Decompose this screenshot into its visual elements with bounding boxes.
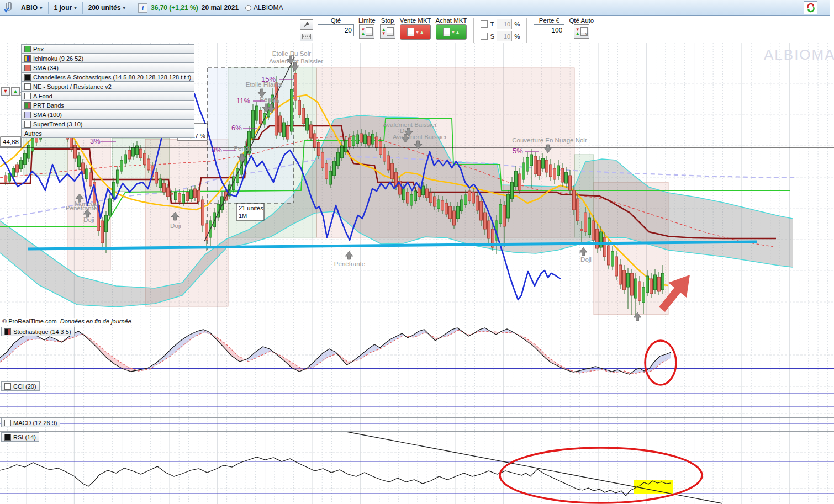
- candle-body: [577, 199, 579, 221]
- candle-body: [337, 152, 340, 166]
- chandeliers-label: Chandeliers & Stochastiques (14 5 80 20 …: [33, 74, 191, 81]
- candle-body: [519, 174, 521, 190]
- percent-label: 3%: [90, 137, 101, 145]
- candle-body: [279, 116, 282, 132]
- indicator-bar: ▼ ▲ PrixIchimoku (9 26 52)SMA (34)Chande…: [1, 44, 194, 138]
- candle-body: [310, 125, 313, 138]
- candle-body: [619, 265, 622, 284]
- chip-sma100[interactable]: SMA (100): [21, 110, 194, 119]
- chip-autres[interactable]: Autres: [21, 129, 194, 138]
- a-fond-label: A Fond: [33, 93, 52, 99]
- bullish-arrow-icon: [345, 251, 353, 259]
- candle-body: [464, 195, 467, 205]
- candle-body: [163, 183, 166, 192]
- pattern-label: Doji: [580, 256, 592, 263]
- macd-checkbox-icon: [4, 420, 11, 426]
- macd-panel-chip[interactable]: MACD (12 26 9): [1, 418, 60, 427]
- chip-a-fond[interactable]: A Fond: [21, 91, 194, 100]
- chip-prt-bands[interactable]: PRT Bands: [21, 100, 194, 110]
- candle-body: [642, 287, 645, 303]
- candle-body: [372, 134, 374, 144]
- scale-down-button[interactable]: ▼: [1, 87, 10, 96]
- candle-body: [349, 138, 351, 147]
- candle-body: [132, 147, 135, 156]
- sma34-label: SMA (34): [33, 65, 59, 71]
- candle-body: [565, 172, 568, 183]
- candle-body: [379, 141, 382, 155]
- green-up-arrow-icon: ▲: [13, 88, 18, 94]
- scale-up-button[interactable]: ▲: [11, 87, 20, 96]
- prt-bands-label: PRT Bands: [33, 102, 64, 109]
- candle-body: [302, 108, 305, 124]
- candle-body: [298, 100, 301, 115]
- candle-body: [588, 218, 591, 235]
- candle-body: [182, 194, 185, 203]
- candle-body: [561, 168, 564, 182]
- ichimoku-swatch-icon: [24, 55, 31, 62]
- candle-body: [287, 126, 289, 139]
- chandeliers-swatch-icon: [24, 74, 31, 81]
- candle-body: [538, 160, 541, 176]
- candle-body: [414, 191, 417, 201]
- chip-supertrend[interactable]: SuperTrend (3 10): [21, 119, 194, 129]
- candle-body: [202, 200, 204, 225]
- rsi-highlight: [634, 480, 673, 494]
- candle-body: [190, 190, 193, 199]
- candle-body: [646, 276, 649, 293]
- candle-body: [86, 169, 88, 179]
- candle-body: [294, 73, 297, 100]
- a-fond-swatch-icon: [24, 93, 31, 99]
- candle-body: [256, 106, 258, 120]
- stochastic-panel-chip[interactable]: Stochastique (14 3 5): [1, 327, 75, 336]
- candle-body: [627, 273, 630, 287]
- cci-panel-chip[interactable]: CCI (20): [1, 381, 40, 391]
- candle-body: [144, 153, 146, 165]
- candle-body: [592, 221, 595, 240]
- bullish-arrow-icon: [579, 247, 587, 256]
- candle-body: [596, 229, 599, 248]
- chip-ne-support-resistance[interactable]: NE - Support / Resistance v2: [21, 82, 194, 91]
- percent-label: 5%: [513, 147, 523, 155]
- candle-body: [530, 155, 533, 166]
- candle-body: [608, 246, 610, 265]
- candle-body: [275, 83, 278, 135]
- percent-label: 11%: [236, 97, 250, 105]
- candle-body: [128, 150, 131, 159]
- candle-body: [24, 153, 27, 165]
- candle-body: [542, 158, 545, 168]
- percent-label: 15%: [261, 75, 276, 83]
- supertrend-swatch-icon: [24, 121, 31, 128]
- info-box-text: 21 unités: [239, 205, 263, 211]
- rsi-trendline: [344, 431, 722, 503]
- pattern-label: Doji: [268, 98, 279, 104]
- candle-body: [306, 118, 309, 130]
- candle-body: [573, 190, 576, 210]
- candle-body: [441, 200, 444, 210]
- chip-ichimoku[interactable]: Ichimoku (9 26 52): [21, 54, 194, 63]
- candle-body: [480, 201, 483, 220]
- candle-body: [553, 168, 556, 179]
- chip-sma34[interactable]: SMA (34): [21, 63, 194, 72]
- candle-body: [476, 196, 479, 210]
- candle-body: [422, 186, 425, 195]
- candle-body: [434, 197, 436, 206]
- candle-body: [89, 173, 92, 186]
- chip-prix[interactable]: Prix: [21, 44, 194, 54]
- data-note: Données en fin de journée: [60, 318, 131, 325]
- candle-body: [124, 155, 127, 163]
- chip-chandeliers[interactable]: Chandeliers & Stochastiques (14 5 80 20 …: [21, 72, 194, 82]
- candle-body: [484, 213, 487, 229]
- candle-body: [437, 200, 440, 209]
- candle-body: [426, 189, 429, 198]
- instrument-watermark: ALBIOMA: [764, 46, 834, 63]
- rsi-swatch-icon: [4, 434, 11, 441]
- price-tag-text: 44,88: [3, 139, 19, 145]
- candle-body: [147, 159, 150, 170]
- stochastic-swatch-icon: [4, 328, 11, 335]
- rsi-panel-chip[interactable]: RSI (14): [1, 432, 39, 442]
- prix-label: Prix: [33, 46, 44, 52]
- autres-label: Autres: [24, 130, 42, 137]
- cci-panel-label: CCI (20): [13, 383, 36, 390]
- candle-body: [205, 224, 208, 240]
- candle-body: [178, 193, 181, 202]
